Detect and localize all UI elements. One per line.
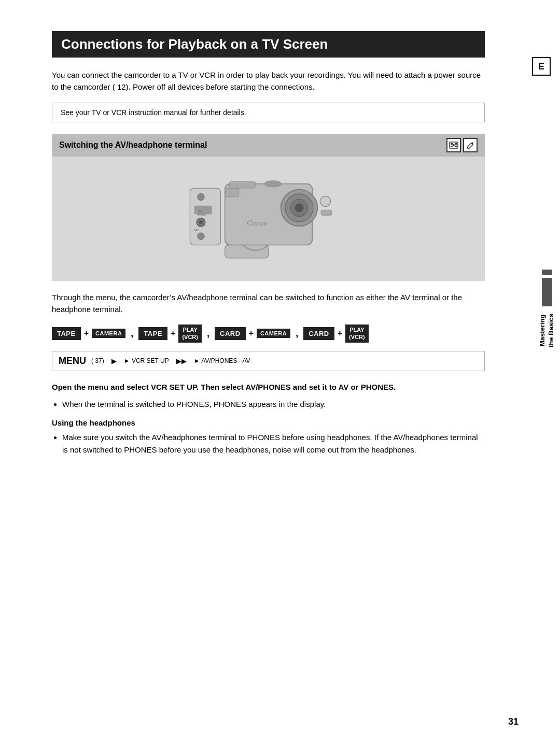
comma-1: ,: [131, 328, 133, 339]
svg-point-19: [295, 203, 303, 212]
button-combinations: TAPE + CAMERA , TAPE + PLAY (VCR) , CARD…: [52, 324, 485, 343]
svg-text:MIC: MIC: [194, 228, 199, 231]
instruction-bold: Open the menu and select VCR SET UP. The…: [52, 382, 485, 393]
mastering-text: Masteringthe Basics: [538, 314, 556, 347]
note-box: See your TV or VCR instruction manual fo…: [52, 103, 485, 122]
menu-word: MENU: [59, 356, 86, 366]
svg-rect-4: [455, 146, 457, 147]
svg-rect-21: [229, 181, 256, 188]
sidebar-bar-tall: [542, 278, 552, 306]
svg-point-14: [197, 232, 204, 239]
svg-rect-23: [226, 188, 239, 197]
section-header: Switching the AV/headphone terminal: [52, 134, 485, 157]
tape-button-2: TAPE: [138, 327, 167, 340]
plus-2: +: [171, 329, 175, 338]
svg-point-22: [264, 180, 282, 187]
svg-text:IN/OUT: IN/OUT: [198, 213, 206, 216]
card-button-2: CARD: [303, 327, 334, 340]
svg-point-25: [320, 196, 330, 206]
svg-rect-24: [225, 245, 268, 258]
play-vcr-button-2: PLAY (VCR): [345, 324, 369, 343]
intro-text: You can connect the camcorder to a TV or…: [52, 69, 485, 93]
svg-rect-6: [190, 188, 220, 245]
sub-heading: Using the headphones: [52, 418, 485, 427]
menu-box: MENU ( 37) ▶ ► VCR SET UP ▶▶ ► AV/PHONES…: [52, 351, 485, 371]
main-content: Connections for Playback on a TV Screen …: [52, 31, 485, 456]
sidebar-bar-short: [542, 270, 552, 275]
comma-2: ,: [207, 328, 209, 339]
svg-point-12: [199, 220, 203, 224]
bullet-list-1: When the terminal is switched to PHONES,…: [62, 398, 485, 410]
double-arrow: ▶▶: [176, 357, 187, 365]
diagram-area: AV IN/OUT MIC Canon: [52, 157, 485, 281]
camera-button-1: CAMERA: [92, 329, 125, 338]
card-button-1: CARD: [215, 327, 246, 340]
svg-text:AV: AV: [199, 209, 202, 212]
e-letter: E: [532, 57, 551, 76]
plus-4: +: [338, 329, 342, 338]
arrow-1: ▶: [111, 357, 117, 365]
sidebar-mastering: Masteringthe Basics: [538, 270, 556, 347]
plus-1: +: [84, 329, 89, 338]
svg-rect-1: [451, 143, 453, 145]
svg-rect-26: [321, 210, 332, 215]
icon-film: [446, 138, 461, 152]
vcr-set-up: ► VCR SET UP: [124, 357, 169, 364]
section-title: Switching the AV/headphone terminal: [59, 140, 207, 150]
desc-text: Through the menu, the camcorder’s AV/hea…: [52, 291, 485, 316]
section-icons: [446, 138, 478, 152]
comma-3: ,: [296, 328, 298, 339]
bullet-item-2: Make sure you switch the AV/headphones t…: [62, 431, 485, 456]
svg-text:Canon: Canon: [246, 218, 267, 227]
icon-pencil: [463, 138, 478, 152]
page-container: Connections for Playback on a TV Screen …: [0, 0, 560, 748]
bullet-item-1: When the terminal is switched to PHONES,…: [62, 398, 485, 410]
sidebar-e-box: E: [532, 57, 551, 86]
menu-ref: ( 37): [91, 357, 104, 364]
camcorder-diagram: AV IN/OUT MIC Canon: [186, 172, 352, 265]
page-number: 31: [508, 716, 519, 727]
bullet-list-2: Make sure you switch the AV/headphones t…: [62, 431, 485, 456]
camera-button-2: CAMERA: [257, 329, 290, 338]
tape-button-1: TAPE: [52, 327, 81, 340]
svg-rect-3: [451, 146, 453, 147]
svg-point-7: [197, 193, 204, 200]
play-vcr-button-1: PLAY (VCR): [178, 324, 202, 343]
svg-point-5: [453, 144, 455, 146]
av-phones: ► AV/PHONES···AV: [194, 357, 250, 364]
svg-rect-2: [455, 143, 457, 145]
plus-3: +: [249, 329, 254, 338]
page-title: Connections for Playback on a TV Screen: [52, 31, 485, 58]
